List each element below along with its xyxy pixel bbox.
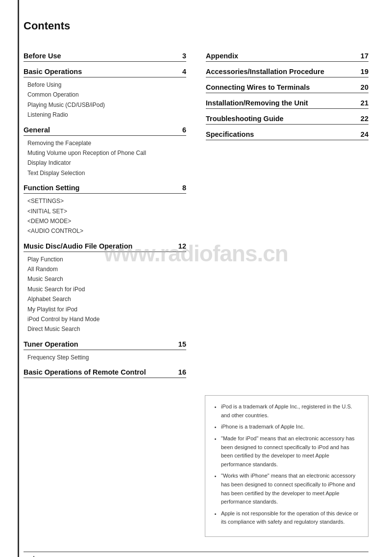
section-page: 15 <box>178 340 186 348</box>
disclaimer-item: "Made for iPod" means that an electronic… <box>221 434 360 469</box>
sub-item: Removing the Faceplate <box>27 138 186 148</box>
sub-item: All Random <box>27 264 186 274</box>
sub-item: My Playlist for iPod <box>27 304 186 314</box>
sub-item: <DEMO MODE> <box>27 216 186 226</box>
sub-items: Before UsingCommon OperationPlaying Musi… <box>27 80 186 120</box>
section-title: Music Disc/Audio File Operation <box>24 242 132 250</box>
section-page: 4 <box>182 68 186 76</box>
section-page: 22 <box>361 115 368 123</box>
section-header: Appendix17 <box>206 52 368 62</box>
section-header: Before Use3 <box>24 52 186 62</box>
page-title: Contents <box>24 20 368 32</box>
sub-item: <INITIAL SET> <box>27 206 186 216</box>
right-section-3: Installation/Removing the Unit21 <box>206 99 368 109</box>
section-page: 12 <box>178 242 186 250</box>
section-header: Basic Operations of Remote Control16 <box>24 368 186 378</box>
sub-item: <SETTINGS> <box>27 196 186 206</box>
section-header: Specifications24 <box>206 130 368 140</box>
right-section-4: Troubleshooting Guide22 <box>206 115 368 125</box>
section-header: Music Disc/Audio File Operation12 <box>24 242 186 252</box>
section-page: 3 <box>182 52 186 60</box>
section-header: General6 <box>24 126 186 136</box>
section-title: Appendix <box>206 52 238 60</box>
section-title: Troubleshooting Guide <box>206 115 284 123</box>
sub-item: Music Search <box>27 274 186 284</box>
disclaimer-item: "Works with iPhone" means that an electr… <box>221 472 360 506</box>
sub-item: Playing Music (CD/USB/iPod) <box>27 100 186 110</box>
right-section-0: Appendix17 <box>206 52 368 62</box>
section-header: Tuner Operation15 <box>24 340 186 350</box>
contents-columns: Before Use3Basic Operations4Before Using… <box>24 46 368 380</box>
section-title: Basic Operations <box>24 68 82 76</box>
sub-item: Common Operation <box>27 90 186 100</box>
sub-items: Frequency Step Setting <box>27 353 186 362</box>
sub-item: Direct Music Search <box>27 324 186 334</box>
right-section-1: Accessories/Installation Procedure19 <box>206 68 368 77</box>
section-header: Accessories/Installation Procedure19 <box>206 68 368 77</box>
sub-items: Play FunctionAll RandomMusic SearchMusic… <box>27 254 186 334</box>
section-page: 20 <box>361 83 368 91</box>
section-title: Installation/Removing the Unit <box>206 99 308 107</box>
left-column: Before Use3Basic Operations4Before Using… <box>24 46 186 380</box>
section-header: Installation/Removing the Unit21 <box>206 99 368 109</box>
disclaimer-item: iPod is a trademark of Apple Inc., regis… <box>221 403 360 420</box>
sub-item: Play Function <box>27 254 186 264</box>
sub-item: Muting Volume upon Reception of Phone Ca… <box>27 148 186 158</box>
section-title: Basic Operations of Remote Control <box>24 368 146 376</box>
sub-item: Text Display Selection <box>27 168 186 178</box>
section-title: Before Use <box>24 52 61 60</box>
disclaimer-item: iPhone is a trademark of Apple Inc. <box>221 423 360 431</box>
sub-item: Listening Radio <box>27 110 186 120</box>
disclaimer-box: iPod is a trademark of Apple Inc., regis… <box>205 395 368 537</box>
section-page: 16 <box>178 368 186 376</box>
section-title: Tuner Operation <box>24 340 78 348</box>
section-page: 24 <box>361 130 368 138</box>
left-section-3: Function Setting8<SETTINGS><INITIAL SET>… <box>24 184 186 236</box>
section-page: 19 <box>361 68 368 76</box>
disclaimer-item: Apple is not responsible for the operati… <box>221 509 360 527</box>
left-section-1: Basic Operations4Before UsingCommon Oper… <box>24 68 186 120</box>
left-section-5: Tuner Operation15Frequency Step Setting <box>24 340 186 362</box>
section-page: 6 <box>182 126 186 134</box>
left-section-4: Music Disc/Audio File Operation12Play Fu… <box>24 242 186 334</box>
right-section-5: Specifications24 <box>206 130 368 140</box>
section-title: Specifications <box>206 130 254 138</box>
sub-item: Before Using <box>27 80 186 90</box>
section-page: 21 <box>361 99 368 107</box>
sub-item: Music Search for iPod <box>27 284 186 294</box>
sub-item: Alphabet Search <box>27 294 186 304</box>
section-title: Accessories/Installation Procedure <box>206 68 324 76</box>
left-section-6: Basic Operations of Remote Control16 <box>24 368 186 378</box>
section-page: 17 <box>361 52 368 60</box>
section-title: General <box>24 126 50 134</box>
section-header: Connecting Wires to Terminals20 <box>206 83 368 93</box>
left-border <box>18 0 19 557</box>
right-section-2: Connecting Wires to Terminals20 <box>206 83 368 93</box>
section-title: Connecting Wires to Terminals <box>206 83 310 91</box>
left-section-0: Before Use3 <box>24 52 186 62</box>
sub-item: Frequency Step Setting <box>27 353 186 362</box>
disclaimer-list: iPod is a trademark of Apple Inc., regis… <box>213 403 360 527</box>
section-header: Basic Operations4 <box>24 68 186 77</box>
footer: 2 KDC-U446/ KDC-U346/ KDC-U5046/ KDC-U40… <box>24 552 368 557</box>
section-header: Troubleshooting Guide22 <box>206 115 368 125</box>
sub-items: Removing the FaceplateMuting Volume upon… <box>27 138 186 178</box>
right-column: Appendix17Accessories/Installation Proce… <box>206 46 368 380</box>
sub-items: <SETTINGS><INITIAL SET><DEMO MODE><AUDIO… <box>27 196 186 236</box>
sub-item: Display Indicator <box>27 158 186 168</box>
sub-item: <AUDIO CONTROL> <box>27 226 186 236</box>
section-title: Function Setting <box>24 184 79 192</box>
left-section-2: General6Removing the FaceplateMuting Vol… <box>24 126 186 178</box>
section-header: Function Setting8 <box>24 184 186 194</box>
section-page: 8 <box>182 184 186 192</box>
sub-item: iPod Control by Hand Mode <box>27 314 186 324</box>
